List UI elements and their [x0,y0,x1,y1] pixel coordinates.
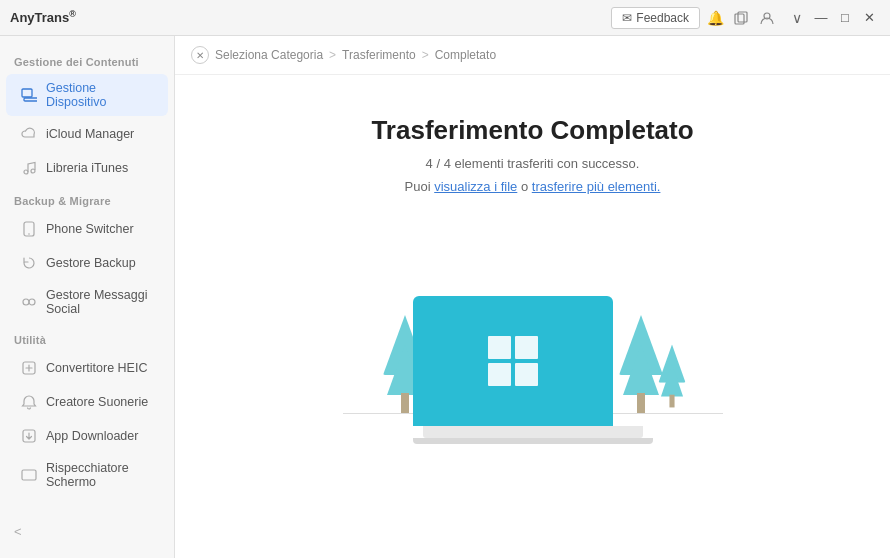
breadcrumb-step1: Seleziona Categoria [215,48,323,62]
user-icon[interactable] [756,7,778,29]
win-quad-tl [488,336,511,359]
section-label-gestione: Gestione dei Contenuti [0,46,174,73]
sidebar-bottom: < [0,514,174,548]
maximize-button[interactable]: □ [834,7,856,29]
transfer-more-link[interactable]: trasferire più elementi. [532,179,661,194]
sidebar-item-label: App Downloader [46,429,138,443]
breadcrumb-step2: Trasferimento [342,48,416,62]
section-label-utilita: Utilità [0,324,174,351]
illustration [323,224,743,444]
copy-icon[interactable] [730,7,752,29]
sidebar-item-label: Gestione Dispositivo [46,81,154,109]
sidebar-item-label: Convertitore HEIC [46,361,147,375]
breadcrumb-close-button[interactable]: ✕ [191,46,209,64]
windows-logo [488,336,538,386]
transfer-complete-section: Trasferimento Completato 4 / 4 elementi … [175,75,890,558]
laptop-foot [413,438,653,444]
sidebar-item-label: Libreria iTunes [46,161,128,175]
phone-icon [20,220,38,238]
sidebar-item-gestore-backup[interactable]: Gestore Backup [6,247,168,279]
sidebar: Gestione dei Contenuti Gestione Disposit… [0,36,175,558]
laptop-screen [413,296,613,426]
sidebar-item-rispecchiatore-schermo[interactable]: Rispecchiatore Schermo [6,454,168,496]
breadcrumb-bar: ✕ Seleziona Categoria > Trasferimento > … [175,36,890,75]
mirror-icon [20,466,38,484]
app-title: AnyTrans® [10,9,76,25]
sidebar-item-label: Rispecchiatore Schermo [46,461,154,489]
content-area: ✕ Seleziona Categoria > Trasferimento > … [175,36,890,558]
bell-icon[interactable]: 🔔 [704,7,726,29]
chevron-icon[interactable]: ∨ [786,7,808,29]
sidebar-item-convertitore-heic[interactable]: Convertitore HEIC [6,352,168,384]
mail-icon: ✉ [622,11,632,25]
svg-rect-3 [22,89,32,97]
feedback-button[interactable]: ✉ Feedback [611,7,700,29]
sidebar-item-label: iCloud Manager [46,127,134,141]
sidebar-item-icloud-manager[interactable]: iCloud Manager [6,118,168,150]
title-bar-left: AnyTrans® [10,9,76,25]
laptop-illustration [413,296,653,444]
cloud-icon [20,125,38,143]
svg-point-8 [28,233,30,235]
main-layout: Gestione dei Contenuti Gestione Disposit… [0,36,890,558]
svg-point-5 [24,170,28,174]
transfer-links: Puoi visualizza i file o trasferire più … [405,179,661,194]
svg-point-10 [29,299,35,305]
sidebar-item-label: Creatore Suonerie [46,395,148,409]
breadcrumb-step3: Completato [435,48,496,62]
section-label-backup: Backup & Migrare [0,185,174,212]
sidebar-item-gestione-dispositivo[interactable]: Gestione Dispositivo [6,74,168,116]
download-icon [20,427,38,445]
sidebar-item-creatore-suonerie[interactable]: Creatore Suonerie [6,386,168,418]
breadcrumb-sep2: > [422,48,429,62]
title-bar: AnyTrans® ✉ Feedback 🔔 ∨ — □ ✕ [0,0,890,36]
close-button[interactable]: ✕ [858,7,880,29]
transfer-title: Trasferimento Completato [371,115,693,146]
win-quad-br [515,363,538,386]
sidebar-item-gestore-messaggi[interactable]: Gestore Messaggi Social [6,281,168,323]
title-bar-right: ✉ Feedback 🔔 ∨ — □ ✕ [611,7,880,29]
svg-rect-4 [24,98,37,101]
tree-trunk [401,393,409,413]
tree-mid [660,364,682,396]
svg-point-9 [23,299,29,305]
win-quad-tr [515,336,538,359]
tree-trunk [669,395,674,408]
svg-rect-13 [22,470,36,480]
backup-icon [20,254,38,272]
breadcrumb-sep1: > [329,48,336,62]
convert-icon [20,359,38,377]
win-quad-bl [488,363,511,386]
device-icon [20,86,38,104]
sidebar-item-app-downloader[interactable]: App Downloader [6,420,168,452]
transfer-subtitle: 4 / 4 elementi trasferiti con successo. [426,156,640,171]
sidebar-item-label: Gestore Backup [46,256,136,270]
laptop-base [423,426,643,438]
social-icon [20,293,38,311]
tree-right2 [658,345,685,408]
sidebar-item-phone-switcher[interactable]: Phone Switcher [6,213,168,245]
sidebar-item-label: Phone Switcher [46,222,134,236]
ringtone-icon [20,393,38,411]
sidebar-item-libreria-itunes[interactable]: Libreria iTunes [6,152,168,184]
collapse-button[interactable]: < [14,524,22,539]
music-icon [20,159,38,177]
window-controls: ∨ — □ ✕ [786,7,880,29]
view-files-link[interactable]: visualizza i file [434,179,517,194]
minimize-button[interactable]: — [810,7,832,29]
sidebar-item-label: Gestore Messaggi Social [46,288,154,316]
